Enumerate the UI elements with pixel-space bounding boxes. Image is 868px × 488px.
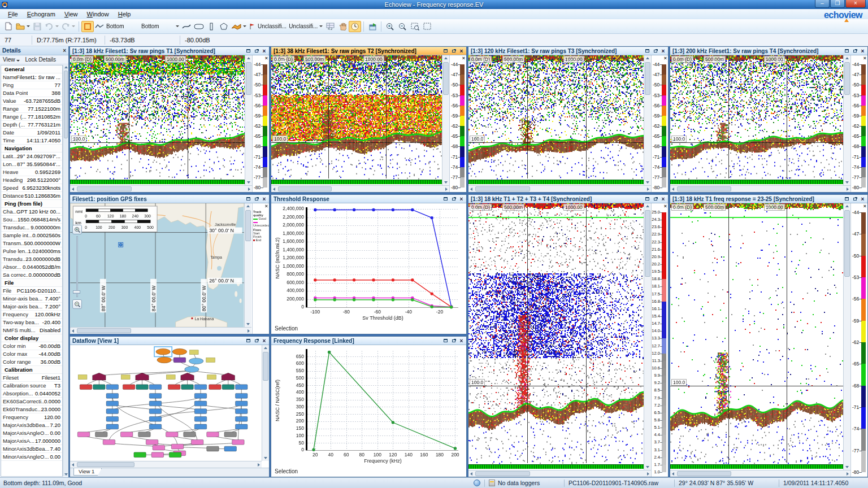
dataflow-node[interactable] — [156, 348, 170, 355]
legend-close-icon[interactable]: × — [664, 204, 667, 209]
dataflow-node[interactable] — [93, 373, 106, 380]
echogram-e120-titlebar[interactable]: [1:3] 120 kHz Fileset1: Sv raw pings T3 … — [468, 47, 668, 55]
menu-view[interactable]: View — [60, 10, 83, 18]
dataflow-node[interactable] — [189, 350, 198, 355]
close-icon[interactable]: × — [659, 196, 667, 202]
echogram-canvas-fr[interactable] — [670, 203, 843, 470]
dataflow-node[interactable] — [106, 393, 118, 398]
dataflow-node[interactable] — [236, 416, 248, 421]
float-icon[interactable] — [450, 338, 457, 344]
maximize-icon[interactable] — [245, 196, 252, 202]
map-canvas[interactable]: 30° 00.0' N 26° 00.0' N 88° 00.0' W 84° … — [70, 203, 244, 327]
zoom-in-button[interactable] — [72, 225, 82, 234]
dataflow-node[interactable] — [146, 439, 158, 445]
details-close-icon[interactable]: × — [63, 47, 66, 54]
float-icon[interactable] — [652, 196, 659, 202]
horizontal-scrollbar[interactable] — [271, 185, 449, 192]
school-detect-tool[interactable] — [230, 21, 248, 32]
dataflow-node[interactable] — [149, 409, 161, 414]
horizontal-scrollbar[interactable] — [468, 470, 651, 477]
zoom-region-button[interactable] — [409, 21, 421, 32]
gps-map-panel-titlebar[interactable]: Fileset1: position GPS fixes× — [70, 195, 269, 203]
close-icon[interactable]: × — [859, 196, 866, 202]
float-icon[interactable] — [450, 48, 457, 54]
legend-close-icon[interactable]: × — [265, 56, 268, 61]
dataflow-node[interactable] — [93, 385, 105, 390]
vertical-scrollbar[interactable] — [245, 55, 252, 185]
threshold-panel-titlebar[interactable]: Threshold Response× — [271, 195, 466, 203]
echogram-canvas-sum[interactable] — [468, 203, 644, 470]
echogram-e18-titlebar[interactable]: [1:3] 18 kHz Fileset1: Sv raw pings T1 [… — [70, 47, 269, 55]
zoom-out-button[interactable] — [396, 21, 409, 32]
maximize-icon[interactable] — [644, 48, 651, 54]
echogram-e38-titlebar[interactable]: [1:3] 38 kHz Fileset1: Sv raw pings T2 [… — [271, 47, 466, 55]
echogram-canvas-e38[interactable] — [271, 55, 442, 185]
vertical-scrollbar[interactable] — [644, 203, 651, 470]
bottom-line-tool[interactable]: BottomBottom — [94, 21, 180, 32]
dataflow-node[interactable] — [191, 439, 203, 445]
echogram-canvas-e200[interactable] — [670, 55, 843, 185]
dataflow-node[interactable] — [194, 409, 206, 414]
dataflow-node[interactable] — [224, 446, 236, 451]
legend-close-icon[interactable]: × — [863, 204, 866, 209]
open-file-button[interactable] — [15, 21, 31, 32]
dataflow-node[interactable] — [169, 452, 181, 457]
horizontal-scrollbar[interactable] — [70, 327, 251, 334]
maximize-icon[interactable] — [442, 196, 449, 202]
close-icon[interactable]: × — [458, 196, 465, 202]
dataflow-node[interactable] — [194, 401, 206, 406]
float-icon[interactable] — [851, 196, 858, 202]
dataflow-node[interactable] — [103, 439, 115, 445]
close-icon[interactable]: × — [458, 48, 465, 54]
dataflow-node[interactable] — [149, 424, 161, 429]
dataflow-node[interactable] — [185, 367, 199, 373]
details-lock-button[interactable]: Lock Details — [25, 56, 56, 63]
dataflow-node[interactable] — [166, 432, 178, 437]
dataflow-node[interactable] — [120, 432, 132, 437]
dataflow-node[interactable] — [168, 385, 180, 390]
dataflow-node[interactable] — [236, 401, 248, 406]
echogram-e200-titlebar[interactable]: [1:3] 200 kHz Fileset1: Sv raw pings T4 … — [670, 47, 867, 55]
export-window-button[interactable] — [366, 21, 379, 32]
dataflow-node[interactable] — [194, 416, 206, 421]
menu-echogram[interactable]: Echogram — [23, 10, 60, 18]
dataflow-node[interactable] — [136, 373, 149, 380]
menu-file[interactable]: File — [3, 10, 23, 18]
dataflow-node[interactable] — [207, 432, 219, 437]
minimize-button[interactable]: – — [815, 0, 830, 8]
details-view-button[interactable]: View — [3, 56, 20, 63]
menu-window[interactable]: Window — [83, 10, 114, 18]
freqresp-panel-titlebar[interactable]: Frequency Response [Linked]× — [271, 337, 466, 345]
dataflow-node[interactable] — [209, 385, 221, 390]
zoom-slider[interactable] — [76, 236, 78, 297]
freqresp-chart-canvas[interactable] — [272, 346, 465, 466]
echogram-sum-titlebar[interactable]: [1:3] 18 kHz T1 + T2 + T3 + T4 [Synchron… — [468, 195, 668, 203]
redo-button[interactable] — [60, 21, 76, 32]
dataflow-node[interactable] — [236, 409, 248, 414]
dataflow-canvas[interactable] — [70, 345, 262, 461]
maximize-icon[interactable] — [442, 48, 449, 54]
vertical-scrollbar[interactable] — [644, 55, 651, 185]
dataflow-node[interactable] — [181, 385, 193, 390]
vertical-scrollbar[interactable] — [843, 203, 850, 470]
dataflow-node[interactable] — [173, 358, 185, 363]
dataflow-node[interactable] — [222, 373, 235, 380]
legend-close-icon[interactable]: × — [664, 56, 667, 61]
dataflow-node[interactable] — [194, 393, 206, 398]
dataflow-node[interactable] — [206, 358, 215, 362]
dataflow-node[interactable] — [222, 385, 234, 390]
maximize-icon[interactable] — [245, 48, 252, 54]
dataflow-node[interactable] — [149, 416, 161, 421]
maximize-icon[interactable] — [442, 338, 449, 344]
dataflow-node[interactable] — [151, 452, 163, 457]
vertical-scrollbar[interactable] — [442, 55, 449, 185]
menu-help[interactable]: Help — [114, 10, 136, 18]
save-button[interactable] — [31, 21, 44, 32]
close-icon[interactable]: × — [261, 196, 268, 202]
dataflow-node[interactable] — [149, 393, 161, 398]
dataflow-node[interactable] — [172, 348, 186, 355]
legend-close-icon[interactable]: × — [863, 56, 866, 61]
dataflow-node[interactable] — [149, 385, 161, 390]
horizontal-scrollbar[interactable] — [70, 461, 262, 468]
echogram-canvas-e120[interactable] — [468, 55, 644, 185]
